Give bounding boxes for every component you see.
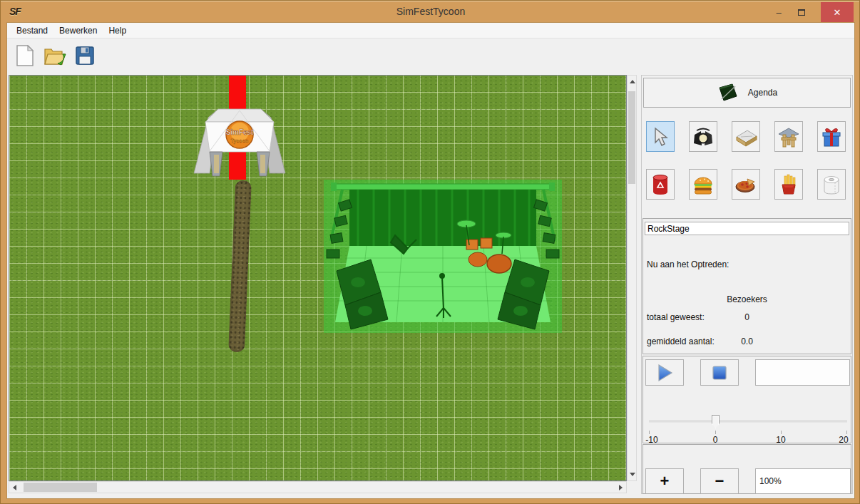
slider-label-max: 20 (839, 435, 848, 445)
fries-stand-tool-button[interactable] (774, 169, 803, 200)
maximize-button[interactable] (791, 2, 812, 22)
horizontal-scroll-thumb[interactable] (24, 483, 97, 492)
agenda-book-icon (717, 83, 738, 102)
slider-label-ten: 10 (776, 435, 785, 445)
zoom-level-display: 100% (755, 468, 851, 494)
stop-icon (711, 364, 728, 381)
slider-label-min: -10 (645, 435, 657, 445)
gift-tool-button[interactable] (817, 121, 846, 152)
slider-tick (649, 431, 650, 434)
menu-help[interactable]: Help (103, 24, 131, 37)
zoom-out-button[interactable]: − (700, 468, 739, 494)
window-title: SimFestTycoon (1, 6, 860, 17)
select-tool-button[interactable] (646, 121, 675, 152)
stage-info-section: Nu aan het Optreden: Bezoekers totaal ge… (643, 218, 851, 354)
app-window: SF SimFestTycoon – ✕ Bestand Bewerken He… (0, 0, 860, 504)
titlebar[interactable]: SF SimFestTycoon – ✕ (1, 1, 860, 22)
play-button[interactable] (645, 359, 684, 386)
road-tile-icon (734, 127, 758, 147)
map-canvas-wrap: SimFest Tycoon (9, 75, 637, 494)
slider-track[interactable] (649, 421, 847, 423)
now-performing-label: Nu aan het Optreden: (647, 259, 729, 269)
new-file-icon (15, 45, 35, 66)
slider-thumb[interactable] (712, 415, 720, 428)
menu-bestand[interactable]: Bestand (11, 24, 53, 37)
slider-tick (846, 431, 847, 434)
new-file-button[interactable] (13, 43, 37, 68)
side-panel: Agenda (641, 75, 853, 494)
cursor-icon (651, 127, 670, 147)
burger-icon (692, 175, 714, 195)
stage-selected[interactable] (324, 180, 562, 333)
client-area: Bestand Bewerken Help (6, 22, 855, 499)
scroll-left-icon[interactable] (13, 485, 16, 490)
scroll-down-icon[interactable] (630, 473, 635, 476)
vertical-scrollbar[interactable] (627, 75, 637, 481)
menubar: Bestand Bewerken Help (7, 23, 854, 38)
gift-icon (821, 126, 842, 148)
save-file-button[interactable] (73, 43, 97, 68)
menu-bewerken[interactable]: Bewerken (54, 24, 102, 37)
zoom-in-button[interactable]: + (645, 468, 684, 494)
road-tool-button[interactable] (732, 121, 760, 152)
spotlight-tool-button[interactable] (689, 121, 717, 152)
pizza-stand-tool-button[interactable] (732, 169, 760, 200)
entrance-gate-icon (777, 126, 800, 148)
tent-logo-line2: Tycoon (231, 138, 248, 144)
vertical-scroll-thumb[interactable] (628, 91, 635, 184)
minimize-button[interactable]: – (768, 2, 789, 22)
scroll-right-icon[interactable] (619, 485, 623, 490)
trash-bin-tool-button[interactable] (646, 169, 675, 200)
open-file-icon (43, 45, 66, 66)
zoom-section: + − 100% (643, 444, 851, 494)
burger-stand-tool-button[interactable] (689, 169, 717, 200)
maximize-icon (798, 9, 805, 16)
slider-tick (715, 431, 716, 434)
gate-tool-button[interactable] (774, 121, 803, 152)
agenda-button[interactable]: Agenda (643, 78, 851, 108)
transport-display (755, 359, 850, 386)
scroll-up-icon[interactable] (630, 80, 635, 83)
speed-slider[interactable]: -10 0 10 20 (649, 415, 847, 443)
map-canvas[interactable]: SimFest Tycoon (9, 75, 627, 481)
play-icon (655, 364, 674, 382)
close-button[interactable]: ✕ (821, 2, 854, 22)
stage-name-input[interactable] (645, 222, 849, 235)
save-file-icon (75, 46, 95, 66)
average-visitors-value: 0.0 (643, 336, 851, 346)
visitors-header: Bezoekers (643, 294, 851, 304)
scrollbar-corner (627, 481, 637, 493)
pizza-icon (734, 175, 757, 195)
agenda-label: Agenda (748, 88, 777, 98)
fries-icon (779, 174, 799, 195)
tent-logo-line1: SimFest (226, 128, 255, 136)
dirt-path[interactable] (228, 180, 252, 353)
slider-label-zero: 0 (713, 435, 718, 445)
transport-section: -10 0 10 20 (643, 356, 851, 443)
open-file-button[interactable] (43, 43, 67, 68)
toolbar (7, 38, 854, 72)
toilet-paper-icon (821, 174, 841, 195)
total-visitors-value: 0 (643, 312, 851, 322)
spotlight-icon (692, 126, 714, 148)
entrance-tent[interactable]: SimFest Tycoon (188, 93, 291, 178)
horizontal-scrollbar[interactable] (9, 481, 627, 493)
trash-bin-icon (650, 174, 670, 195)
toilet-tool-button[interactable] (817, 169, 846, 200)
stop-button[interactable] (700, 359, 739, 386)
slider-tick (781, 431, 782, 434)
